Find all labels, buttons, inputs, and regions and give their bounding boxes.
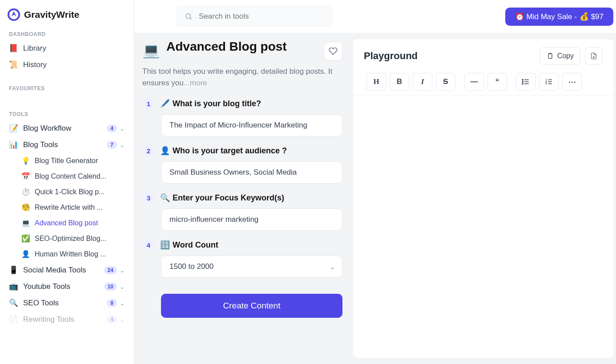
bullet-list-button[interactable] <box>516 73 535 91</box>
sidebar: GravityWrite DASHBOARD 📕 Library 📜 Histo… <box>0 0 134 364</box>
title-input[interactable] <box>161 114 342 136</box>
section-tools-label: TOOLS <box>0 108 134 120</box>
hr-button[interactable]: — <box>464 73 484 91</box>
download-button[interactable] <box>585 47 603 65</box>
tool-group-youtube[interactable]: 📺 Youtube Tools 10 ⌄ <box>0 278 134 295</box>
sub-rewrite-article[interactable]: 🧐Rewrite Article with ... <box>0 200 134 215</box>
field-title: 1 🖊️What is your blog title? <box>142 97 342 136</box>
phone-icon: 📱 <box>9 265 18 275</box>
sub-quick-blog[interactable]: ⏱️Quick 1-Click Blog p... <box>0 184 134 200</box>
number-list-button[interactable]: 123 <box>539 73 559 91</box>
svg-line-2 <box>190 18 191 19</box>
history-icon: 📜 <box>9 60 18 69</box>
timer-icon: ⏱️ <box>21 188 30 196</box>
library-icon: 📕 <box>9 44 18 53</box>
tv-icon: 📺 <box>9 282 18 291</box>
audience-input[interactable] <box>161 161 342 184</box>
search-input[interactable] <box>199 12 324 21</box>
italic-button[interactable]: I <box>413 73 432 91</box>
editor-area[interactable] <box>353 96 613 358</box>
tool-group-rewriting[interactable]: 📄 Rewriting Tools 4 ⌄ <box>0 311 134 328</box>
magnify-icon: 🔍 <box>9 298 18 308</box>
laptop-icon: 💻 <box>21 219 30 227</box>
sub-blog-title-gen[interactable]: 💡Blog Title Generator <box>0 153 134 168</box>
chevron-down-icon: ⌄ <box>120 316 125 323</box>
svg-point-10 <box>522 81 523 82</box>
chevron-down-icon: ⌄ <box>120 267 125 274</box>
field-label-text: Enter your Focus Keyword(s) <box>173 193 284 203</box>
logo[interactable]: GravityWrite <box>0 0 134 28</box>
svg-point-9 <box>522 79 523 80</box>
tool-group-blog-tools[interactable]: 📊 Blog Tools 7 ⌄ <box>0 136 134 153</box>
pen-icon: 🖊️ <box>160 99 170 108</box>
svg-text:3: 3 <box>546 82 547 85</box>
sub-label: Blog Title Generator <box>35 157 98 165</box>
blog-tools-icon: 📊 <box>9 140 18 149</box>
chevron-down-icon: ⌄ <box>120 283 125 290</box>
field-wordcount: 4 🔢Word Count ⌄ <box>142 239 342 278</box>
svg-rect-3 <box>548 54 552 59</box>
nav-library[interactable]: 📕 Library <box>0 40 134 56</box>
copy-label: Copy <box>557 52 574 60</box>
tool-group-label: Rewriting Tools <box>23 315 74 324</box>
favorite-button[interactable] <box>324 42 342 60</box>
calendar-icon: 📅 <box>21 172 30 180</box>
search-icon <box>185 12 193 21</box>
nav-history[interactable]: 📜 History <box>0 56 134 73</box>
clipboard-icon <box>547 52 554 60</box>
person-icon: 👤 <box>160 146 170 156</box>
doc-icon: 📄 <box>9 315 18 324</box>
heading-button[interactable]: H <box>366 73 386 91</box>
badge: 4 <box>107 316 117 324</box>
bold-button[interactable]: B <box>390 73 409 91</box>
nav-label: Library <box>23 44 46 53</box>
tool-description: This tool helps you write engaging, deta… <box>142 64 342 97</box>
sub-human-blog[interactable]: 👤Human Written Blog ... <box>0 246 134 262</box>
sale-price: 💰 $97 <box>580 12 604 21</box>
tool-group-label: Youtube Tools <box>23 282 70 291</box>
badge: 7 <box>107 141 117 149</box>
playground-header: Playground Copy <box>353 39 613 70</box>
badge: 8 <box>107 299 117 307</box>
field-label-text: What is your blog title? <box>173 99 261 108</box>
sale-prefix: ⏰ Mid May Sale - <box>515 12 577 21</box>
download-icon <box>590 52 597 60</box>
sub-label: Rewrite Article with ... <box>35 204 103 212</box>
svg-rect-4 <box>549 53 551 54</box>
quote-button[interactable]: “ <box>487 73 507 91</box>
field-label-text: Who is your target audience ? <box>173 146 287 156</box>
section-favourites-label: FAVOURITES <box>0 82 134 94</box>
more-button[interactable]: ⋯ <box>562 73 582 91</box>
numbers-icon: 🔢 <box>160 240 170 250</box>
sub-label: Human Written Blog ... <box>35 250 106 258</box>
bullet-list-icon <box>522 78 530 86</box>
sale-button[interactable]: ⏰ Mid May Sale - 💰 $97 <box>505 8 613 26</box>
sub-advanced-blog[interactable]: 💻Advanced Blog post <box>0 215 134 231</box>
sub-seo-blog[interactable]: ✅SEO-Optimized Blog... <box>0 231 134 246</box>
chevron-down-icon: ⌄ <box>120 141 125 148</box>
keyword-input[interactable] <box>161 208 342 231</box>
svg-point-1 <box>186 14 190 18</box>
field-audience: 2 👤Who is your target audience ? <box>142 144 342 184</box>
tool-group-social[interactable]: 📱 Social Media Tools 24 ⌄ <box>0 262 134 278</box>
copy-button[interactable]: Copy <box>540 47 580 65</box>
create-button[interactable]: Create Content <box>161 294 342 318</box>
playground-title: Playground <box>364 50 418 62</box>
field-keyword: 3 🔍Enter your Focus Keyword(s) <box>142 192 342 231</box>
tool-group-label: Blog Tools <box>23 140 58 149</box>
tool-emoji-icon: 💻 <box>142 42 160 59</box>
nav-label: History <box>23 60 47 69</box>
tool-group-blog-workflow[interactable]: 📝 Blog Workflow 4 ⌄ <box>0 120 134 136</box>
strike-button[interactable]: S <box>436 73 455 91</box>
logo-icon <box>7 8 20 21</box>
search-box[interactable] <box>176 6 333 27</box>
more-link[interactable]: ...more <box>184 79 207 87</box>
sub-content-calendar[interactable]: 📅Blog Content Calend... <box>0 168 134 184</box>
badge: 4 <box>107 124 117 132</box>
section-dashboard-label: DASHBOARD <box>0 28 134 40</box>
wordcount-select[interactable] <box>161 256 342 278</box>
sub-label: SEO-Optimized Blog... <box>35 235 106 243</box>
tool-group-label: Blog Workflow <box>23 124 71 133</box>
heart-icon <box>329 47 338 56</box>
tool-group-seo[interactable]: 🔍 SEO Tools 8 ⌄ <box>0 295 134 311</box>
